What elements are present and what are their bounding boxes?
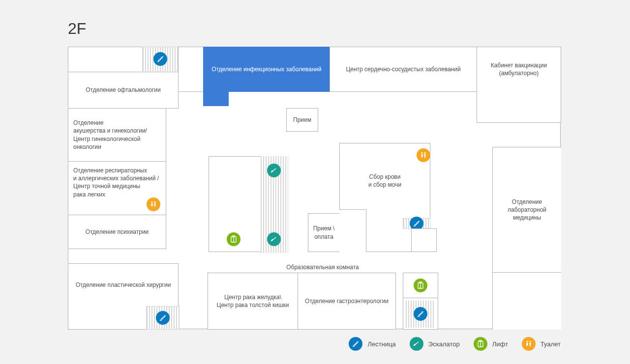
escalator-icon bbox=[267, 232, 281, 246]
legend-label: Лифт bbox=[492, 340, 508, 348]
room-label: Прием \ оплата bbox=[313, 224, 335, 240]
room-blank-right bbox=[477, 91, 561, 123]
room-psychiatry: Отделение психиатрии bbox=[68, 215, 166, 249]
room-label: Прием bbox=[293, 116, 311, 124]
stairs-icon bbox=[153, 52, 167, 66]
legend-label: Лестница bbox=[367, 340, 395, 348]
toilet-icon bbox=[417, 148, 430, 162]
stairs-icon bbox=[156, 311, 170, 325]
legend-escalator: Эскалатор bbox=[410, 337, 460, 351]
room-ophthalmology: Отделение офтальмологии bbox=[68, 72, 179, 109]
escalator-icon bbox=[267, 164, 281, 177]
room-label: Отделение респираторных и аллергических … bbox=[73, 167, 159, 198]
legend-label: Эскалатор bbox=[428, 340, 460, 348]
elevator-icon bbox=[227, 232, 240, 246]
room-blank-lower-right bbox=[492, 272, 561, 330]
escalator-icon bbox=[410, 337, 423, 351]
room-gastro: Отделение гастроэнтерологии bbox=[298, 273, 396, 330]
room-label: Отделение лабораторной медицины bbox=[495, 198, 559, 222]
room-lab: Отделение лабораторной медицины bbox=[492, 147, 561, 273]
room-label: Отделение психиатрии bbox=[86, 228, 149, 236]
room-label: Отделение пластической хирургии bbox=[76, 281, 171, 289]
floor-plan: Отделение офтальмологии Отделение инфекц… bbox=[68, 47, 561, 329]
legend-elevator: Лифт bbox=[474, 337, 508, 351]
stairs-icon bbox=[414, 307, 427, 321]
room-reception: Прием bbox=[286, 108, 318, 132]
room-education: Образовательная комната bbox=[208, 261, 438, 273]
room-label: Отделение гастроэнтерологии bbox=[305, 297, 389, 305]
room-label: Отделение офтальмологии bbox=[86, 86, 161, 94]
legend-stairs: Лестница bbox=[349, 337, 395, 351]
room-label: Отделение акушерства и гинекологии/ Цент… bbox=[73, 119, 147, 151]
room-label: Центр рака желудка\ Центр рака толстой к… bbox=[217, 293, 289, 309]
room-label: Кабинет вакцинации (амбулаторно) bbox=[479, 61, 559, 77]
room-label: Центр сердечно-сосудистых заболеваний bbox=[346, 65, 460, 73]
room-reception-pay: Прием \ оплата bbox=[308, 213, 340, 252]
legend: Лестница Эскалатор Лифт Туалет bbox=[68, 337, 561, 351]
room-label: Сбор крови и сбор мочи bbox=[368, 173, 401, 189]
elevator-icon bbox=[474, 337, 487, 351]
room-vaccination: Кабинет вакцинации (амбулаторно) bbox=[477, 47, 561, 92]
legend-label: Туалет bbox=[540, 340, 561, 348]
room-obgyn: Отделение акушерства и гинекологии/ Цент… bbox=[68, 108, 166, 162]
room-plastic: Отделение пластической хирургии bbox=[68, 263, 179, 307]
highlight-extension bbox=[203, 91, 229, 106]
stairs-icon bbox=[349, 337, 362, 351]
room-infectious: Отделение инфекционных заболеваний bbox=[203, 47, 330, 92]
floor-label: 2F bbox=[68, 20, 86, 38]
room-cardio: Центр сердечно-сосудистых заболеваний bbox=[330, 47, 477, 92]
room-label: Отделение инфекционных заболеваний bbox=[211, 65, 321, 73]
room-label: Образовательная комната bbox=[286, 263, 359, 271]
toilet-icon bbox=[147, 197, 160, 211]
room-stomach: Центр рака желудка\ Центр рака толстой к… bbox=[208, 273, 298, 330]
elevator-box bbox=[411, 228, 437, 252]
room-blank-top bbox=[178, 47, 204, 92]
elevator-icon bbox=[414, 279, 427, 292]
toilet-icon bbox=[522, 337, 536, 351]
legend-toilet: Туалет bbox=[522, 337, 561, 351]
